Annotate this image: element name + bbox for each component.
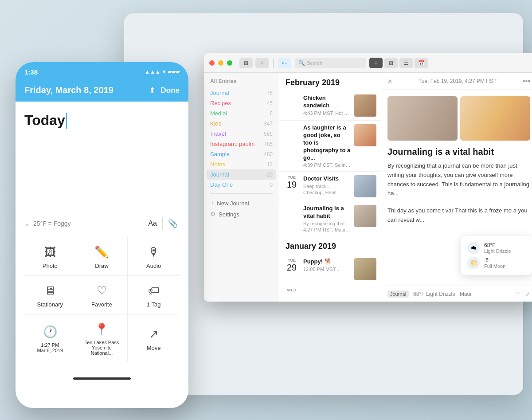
color-filter-button[interactable]: ● ⌄ bbox=[278, 58, 291, 68]
sidebar-item-dayone[interactable]: Day One 0 bbox=[204, 180, 279, 190]
entry-thumbnail bbox=[354, 94, 376, 117]
footer-weather: 68°F Light Drizzle bbox=[413, 291, 455, 297]
grid-view-button[interactable]: ⊞ bbox=[384, 58, 398, 68]
detail-image-main bbox=[387, 96, 458, 141]
sidebar-item-notes[interactable]: Notes 12 bbox=[204, 159, 279, 169]
sidebar-item-medial[interactable]: Medial 6 bbox=[204, 108, 279, 118]
entry-date: WED bbox=[284, 288, 300, 292]
favorite-icon: ♡ bbox=[97, 284, 107, 298]
phone-today-text: Today bbox=[24, 112, 180, 129]
phone-action-audio[interactable]: 🎙 Audio bbox=[128, 237, 180, 276]
weather-moon-row: 🌕 .5 Full Moon bbox=[467, 255, 526, 271]
mac-window: ⊞ ≡ ● ⌄ 🔍 Search ≡ ⊞ ☰ 📅 All Entries Jou… bbox=[204, 53, 532, 302]
footer-location: Maui bbox=[460, 291, 471, 297]
entry-doctor[interactable]: TUE 19 Doctor Visits Keep track... Check… bbox=[279, 172, 381, 201]
entry-date: TUE 29 bbox=[284, 258, 300, 272]
share-icon[interactable]: ⬆ bbox=[149, 86, 156, 95]
entry-date: TUE 19 bbox=[284, 175, 300, 189]
phone-action-time[interactable]: 🕐 1:27 PMMar 8, 2019 bbox=[24, 314, 76, 362]
plus-icon: + bbox=[210, 199, 214, 207]
weather-popup: 🌧 68°F Light Drizzle 🌕 .5 Full Moon bbox=[461, 236, 532, 275]
phone-status-icons: ▲▲▲ ▾ ▰▰▰ bbox=[145, 69, 180, 75]
entry-thumbnail bbox=[354, 205, 376, 227]
phone-date: Friday, March 8, 2019 bbox=[24, 85, 113, 95]
entry-laughter[interactable]: As laughter is a good joke, so too is ph… bbox=[279, 121, 381, 172]
sidebar-item-sample[interactable]: Sample 480 bbox=[204, 149, 279, 159]
footer-journal-tag: Journal bbox=[387, 290, 409, 298]
detail-header: ✕ Tue, Feb 19, 2019, 4:27 PM HST ••• bbox=[381, 73, 532, 90]
phone-toolbar[interactable]: Aa 📎 bbox=[148, 217, 180, 230]
entry-chicken-sandwich[interactable]: Chicken sandwich 4:43 PM MST, Hot Tub, H… bbox=[279, 91, 381, 121]
sidebar-item-travel[interactable]: Travel 589 bbox=[204, 129, 279, 139]
detail-image-person bbox=[460, 96, 530, 141]
moon-icon: 🌕 bbox=[467, 257, 480, 269]
phone: 1:38 ▲▲▲ ▾ ▰▰▰ Friday, March 8, 2019 ⬆ D… bbox=[16, 62, 188, 408]
phone-action-favorite[interactable]: ♡ Favorite bbox=[76, 276, 128, 314]
phone-status-bar: 1:38 ▲▲▲ ▾ ▰▰▰ bbox=[16, 62, 188, 82]
move-label: Move bbox=[147, 345, 161, 351]
draw-icon: ✏️ bbox=[94, 245, 109, 259]
tag-icon: 🏷 bbox=[148, 284, 160, 298]
search-icon: 🔍 bbox=[298, 60, 305, 66]
mac-entry-list: February 2019 Chicken sandwich 4:43 PM M… bbox=[279, 73, 381, 302]
entry-thumbnail bbox=[354, 124, 376, 146]
jan-header: January 2019 bbox=[279, 236, 381, 255]
sidebar-item-kids[interactable]: Kids 347 bbox=[204, 118, 279, 129]
font-button[interactable]: Aa bbox=[148, 220, 157, 228]
mac-search-bar[interactable]: 🔍 Search bbox=[295, 58, 366, 68]
maximize-button[interactable] bbox=[227, 60, 232, 66]
phone-action-tag[interactable]: 🏷 1 Tag bbox=[128, 276, 180, 314]
sidebar-divider bbox=[210, 193, 273, 194]
drizzle-icon: 🌧 bbox=[467, 242, 480, 254]
sidebar-settings[interactable]: ⚙ Settings bbox=[204, 209, 279, 220]
entry-thumbnail bbox=[354, 258, 376, 280]
phone-action-draw[interactable]: ✏️ Draw bbox=[76, 237, 128, 276]
detail-menu-icon[interactable]: ••• bbox=[523, 77, 530, 85]
entry-journaling[interactable]: Journaling is a vital habit By recognizi… bbox=[279, 201, 381, 236]
sidebar-item-recipes[interactable]: Recipes 45 bbox=[204, 98, 279, 108]
home-indicator bbox=[73, 377, 131, 380]
sidebar-new-journal[interactable]: + New Journal bbox=[204, 197, 279, 209]
sidebar-item-instagram[interactable]: Instagram: paulm 785 bbox=[204, 139, 279, 149]
entry-wed[interactable]: WED bbox=[279, 284, 381, 296]
share-icon[interactable]: ↗ bbox=[525, 290, 530, 298]
mac-detail: ✕ Tue, Feb 19, 2019, 4:27 PM HST ••• Jou… bbox=[381, 73, 532, 302]
sidebar-all-entries: All Entries bbox=[204, 78, 279, 88]
minimize-button[interactable] bbox=[218, 60, 223, 66]
phone-action-move[interactable]: ↗ Move bbox=[128, 314, 180, 362]
calendar-view-button[interactable]: 📅 bbox=[415, 58, 428, 68]
phone-header-actions[interactable]: ⬆ Done bbox=[149, 86, 180, 95]
wifi-icon: ▾ bbox=[163, 69, 165, 75]
mac-view-buttons[interactable]: ≡ ⊞ ☰ 📅 bbox=[369, 58, 428, 68]
phone-action-stationary[interactable]: 🖥 Stationary bbox=[24, 276, 76, 314]
sidebar-item-journal-1[interactable]: Journal 75 bbox=[204, 88, 279, 98]
detail-body: By recognizing that a journal can be mor… bbox=[387, 161, 530, 198]
done-button[interactable]: Done bbox=[161, 86, 180, 95]
timeline-view-button[interactable]: ☰ bbox=[399, 58, 413, 68]
entry-thumbnail bbox=[354, 175, 376, 197]
close-button[interactable] bbox=[209, 60, 215, 66]
detail-date: Tue, Feb 19, 2019, 4:27 PM HST bbox=[419, 78, 497, 84]
weather-temp-row: 🌧 68°F Light Drizzle bbox=[467, 240, 526, 255]
mac-toolbar-icons: ⊞ ≡ ● ⌄ bbox=[239, 58, 291, 68]
list-view-button[interactable]: ≡ bbox=[369, 58, 383, 68]
sidebar-item-journal-2[interactable]: Journal 20 bbox=[207, 169, 276, 180]
mac-sidebar: All Entries Journal 75 Recipes 45 Medial… bbox=[204, 73, 279, 302]
filter-button[interactable]: ≡ bbox=[255, 58, 269, 68]
phone-weather: ⌄ 25°F = Foggy Aa 📎 bbox=[24, 217, 180, 230]
favorite-label: Favorite bbox=[91, 301, 112, 308]
phone-action-photo[interactable]: 🖼 Photo bbox=[24, 237, 76, 276]
stationary-label: Stationary bbox=[37, 301, 63, 308]
sidebar-toggle-button[interactable]: ⊞ bbox=[239, 58, 253, 68]
mac-titlebar: ⊞ ≡ ● ⌄ 🔍 Search ≡ ⊞ ☰ 📅 bbox=[204, 53, 532, 73]
entry-puppy[interactable]: TUE 29 Puppy! 🐕 12:00 PM MST... bbox=[279, 255, 381, 284]
heart-icon[interactable]: ♡ bbox=[515, 290, 520, 298]
phone-action-location[interactable]: 📍 Ten Lakes PassYosemite National... bbox=[76, 314, 128, 362]
tag-label: 1 Tag bbox=[147, 301, 161, 308]
close-detail-icon[interactable]: ✕ bbox=[387, 78, 392, 85]
photo-icon: 🖼 bbox=[44, 245, 56, 259]
chevron-down-icon: ⌄ bbox=[24, 220, 30, 227]
entry-content: As laughter is a good joke, so too is ph… bbox=[303, 124, 351, 168]
attachment-icon[interactable]: 📎 bbox=[168, 219, 178, 228]
signal-icon: ▲▲▲ bbox=[145, 69, 160, 75]
